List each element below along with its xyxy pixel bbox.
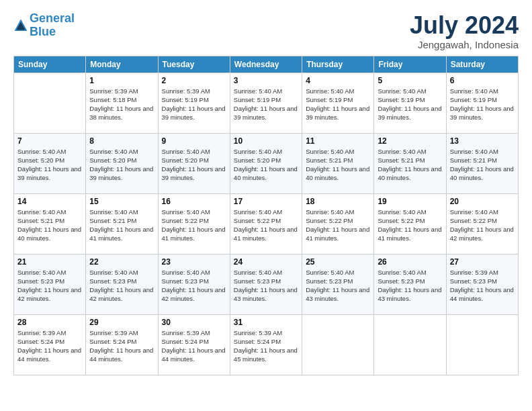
calendar-cell: 13Sunrise: 5:40 AM Sunset: 5:21 PM Dayli… [446,133,518,193]
calendar-body: 1Sunrise: 5:39 AM Sunset: 5:18 PM Daylig… [14,73,519,375]
day-info: Sunrise: 5:40 AM Sunset: 5:19 PM Dayligh… [450,87,515,122]
day-number: 13 [450,136,515,146]
day-info: Sunrise: 5:40 AM Sunset: 5:22 PM Dayligh… [450,208,515,243]
calendar-cell [302,314,374,375]
day-number: 4 [306,76,370,85]
day-info: Sunrise: 5:40 AM Sunset: 5:20 PM Dayligh… [17,147,82,183]
logo-text: General Blue [30,12,75,39]
day-number: 1 [89,76,154,85]
day-number: 20 [450,197,515,206]
calendar-cell: 7Sunrise: 5:40 AM Sunset: 5:20 PM Daylig… [14,133,86,193]
calendar-cell: 22Sunrise: 5:40 AM Sunset: 5:23 PM Dayli… [86,254,158,314]
calendar-cell: 20Sunrise: 5:40 AM Sunset: 5:22 PM Dayli… [446,193,518,254]
calendar-cell: 24Sunrise: 5:40 AM Sunset: 5:23 PM Dayli… [230,254,302,314]
day-info: Sunrise: 5:40 AM Sunset: 5:21 PM Dayligh… [450,147,515,183]
calendar-cell: 27Sunrise: 5:39 AM Sunset: 5:23 PM Dayli… [446,254,518,314]
calendar-cell: 15Sunrise: 5:40 AM Sunset: 5:21 PM Dayli… [86,193,158,254]
day-number: 7 [17,136,82,146]
calendar-cell: 10Sunrise: 5:40 AM Sunset: 5:20 PM Dayli… [230,133,302,193]
day-number: 3 [234,76,298,85]
calendar-cell: 14Sunrise: 5:40 AM Sunset: 5:21 PM Dayli… [14,193,86,254]
day-number: 30 [162,318,226,327]
title-block: July 2024 Jenggawah, Indonesia [410,12,519,50]
day-info: Sunrise: 5:39 AM Sunset: 5:24 PM Dayligh… [17,328,82,364]
day-info: Sunrise: 5:40 AM Sunset: 5:23 PM Dayligh… [162,268,226,304]
logo: General Blue [13,12,75,39]
calendar-week-row: 28Sunrise: 5:39 AM Sunset: 5:24 PM Dayli… [14,314,519,375]
calendar-week-row: 14Sunrise: 5:40 AM Sunset: 5:21 PM Dayli… [14,193,519,254]
day-info: Sunrise: 5:40 AM Sunset: 5:19 PM Dayligh… [306,87,370,122]
calendar-cell: 18Sunrise: 5:40 AM Sunset: 5:22 PM Dayli… [302,193,374,254]
day-info: Sunrise: 5:40 AM Sunset: 5:21 PM Dayligh… [378,147,442,183]
day-number: 2 [162,76,226,85]
day-number: 17 [234,197,298,206]
weekday-header-cell: Thursday [302,56,374,73]
day-info: Sunrise: 5:40 AM Sunset: 5:21 PM Dayligh… [306,147,370,183]
calendar-cell: 31Sunrise: 5:39 AM Sunset: 5:24 PM Dayli… [230,314,302,375]
day-number: 23 [162,257,226,267]
day-number: 26 [378,257,442,267]
weekday-header-row: SundayMondayTuesdayWednesdayThursdayFrid… [14,56,519,73]
weekday-header-cell: Friday [374,56,446,73]
day-number: 11 [306,136,370,146]
day-number: 28 [17,318,82,327]
page: General Blue July 2024 Jenggawah, Indone… [0,0,532,411]
weekday-header-cell: Monday [86,56,158,73]
day-number: 16 [162,197,226,206]
day-info: Sunrise: 5:40 AM Sunset: 5:21 PM Dayligh… [17,208,82,243]
calendar-cell: 4Sunrise: 5:40 AM Sunset: 5:19 PM Daylig… [302,73,374,133]
day-info: Sunrise: 5:40 AM Sunset: 5:20 PM Dayligh… [89,147,154,183]
weekday-header-cell: Saturday [446,56,518,73]
calendar-cell: 3Sunrise: 5:40 AM Sunset: 5:19 PM Daylig… [230,73,302,133]
calendar-cell [446,314,518,375]
weekday-header-cell: Sunday [14,56,86,73]
calendar-cell: 26Sunrise: 5:40 AM Sunset: 5:23 PM Dayli… [374,254,446,314]
day-info: Sunrise: 5:40 AM Sunset: 5:23 PM Dayligh… [306,268,370,304]
day-number: 24 [234,257,298,267]
calendar-cell: 19Sunrise: 5:40 AM Sunset: 5:22 PM Dayli… [374,193,446,254]
calendar-cell: 29Sunrise: 5:39 AM Sunset: 5:24 PM Dayli… [86,314,158,375]
calendar-cell: 5Sunrise: 5:40 AM Sunset: 5:19 PM Daylig… [374,73,446,133]
calendar-table: SundayMondayTuesdayWednesdayThursdayFrid… [13,56,519,375]
calendar-cell: 23Sunrise: 5:40 AM Sunset: 5:23 PM Dayli… [158,254,230,314]
calendar-cell: 17Sunrise: 5:40 AM Sunset: 5:22 PM Dayli… [230,193,302,254]
calendar-cell: 6Sunrise: 5:40 AM Sunset: 5:19 PM Daylig… [446,73,518,133]
day-number: 8 [89,136,154,146]
day-number: 15 [89,197,154,206]
day-info: Sunrise: 5:40 AM Sunset: 5:19 PM Dayligh… [234,87,298,122]
day-info: Sunrise: 5:40 AM Sunset: 5:20 PM Dayligh… [234,147,298,183]
day-number: 31 [234,318,298,327]
day-number: 25 [306,257,370,267]
calendar-cell: 30Sunrise: 5:39 AM Sunset: 5:24 PM Dayli… [158,314,230,375]
day-info: Sunrise: 5:40 AM Sunset: 5:23 PM Dayligh… [378,268,442,304]
day-info: Sunrise: 5:39 AM Sunset: 5:24 PM Dayligh… [162,328,226,364]
calendar-cell: 21Sunrise: 5:40 AM Sunset: 5:23 PM Dayli… [14,254,86,314]
day-number: 10 [234,136,298,146]
day-info: Sunrise: 5:39 AM Sunset: 5:18 PM Dayligh… [89,87,154,122]
day-number: 18 [306,197,370,206]
day-number: 22 [89,257,154,267]
calendar-week-row: 1Sunrise: 5:39 AM Sunset: 5:18 PM Daylig… [14,73,519,133]
day-info: Sunrise: 5:40 AM Sunset: 5:23 PM Dayligh… [17,268,82,304]
day-number: 14 [17,197,82,206]
day-info: Sunrise: 5:39 AM Sunset: 5:19 PM Dayligh… [162,87,226,122]
calendar-cell: 11Sunrise: 5:40 AM Sunset: 5:21 PM Dayli… [302,133,374,193]
day-info: Sunrise: 5:40 AM Sunset: 5:22 PM Dayligh… [378,208,442,243]
day-number: 29 [89,318,154,327]
day-number: 19 [378,197,442,206]
day-info: Sunrise: 5:39 AM Sunset: 5:24 PM Dayligh… [89,328,154,364]
day-number: 12 [378,136,442,146]
day-info: Sunrise: 5:39 AM Sunset: 5:24 PM Dayligh… [234,328,298,364]
logo-icon [13,18,28,33]
weekday-header-cell: Tuesday [158,56,230,73]
calendar-cell [14,73,86,133]
calendar-cell [374,314,446,375]
calendar-cell: 9Sunrise: 5:40 AM Sunset: 5:20 PM Daylig… [158,133,230,193]
month-title: July 2024 [410,12,519,39]
day-info: Sunrise: 5:40 AM Sunset: 5:22 PM Dayligh… [306,208,370,243]
day-info: Sunrise: 5:40 AM Sunset: 5:20 PM Dayligh… [162,147,226,183]
day-number: 27 [450,257,515,267]
header: General Blue July 2024 Jenggawah, Indone… [13,12,519,50]
day-info: Sunrise: 5:40 AM Sunset: 5:22 PM Dayligh… [162,208,226,243]
day-info: Sunrise: 5:40 AM Sunset: 5:19 PM Dayligh… [378,87,442,122]
